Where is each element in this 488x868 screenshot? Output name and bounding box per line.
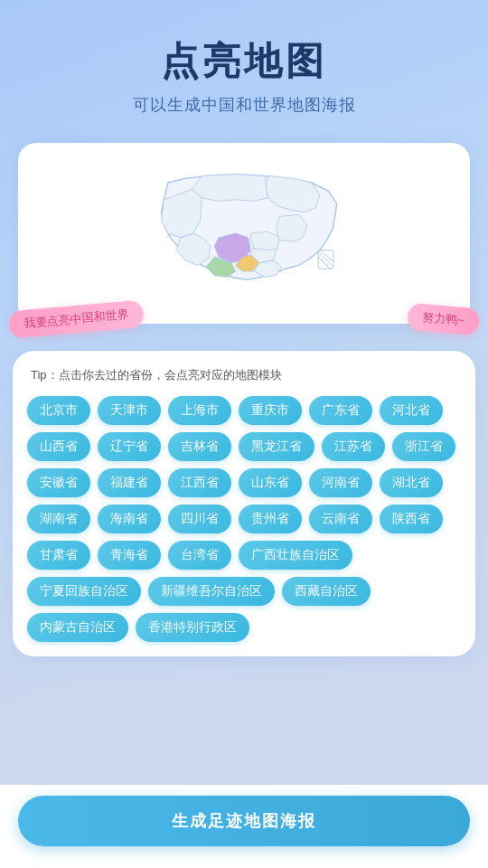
province-tag[interactable]: 青海省	[98, 541, 161, 570]
province-tag[interactable]: 陕西省	[380, 505, 443, 533]
province-tag[interactable]: 甘肃省	[27, 541, 90, 570]
province-tag[interactable]: 新疆维吾尔自治区	[148, 577, 275, 606]
province-tag[interactable]: 天津市	[98, 396, 161, 425]
province-tag[interactable]: 北京市	[27, 396, 90, 425]
province-tag[interactable]: 宁夏回族自治区	[27, 577, 141, 606]
header: 点亮地图 可以生成中国和世界地图海报	[0, 0, 488, 134]
province-tag[interactable]: 山东省	[239, 468, 302, 497]
page-subtitle: 可以生成中国和世界地图海报	[18, 94, 470, 116]
provinces-grid: 北京市天津市上海市重庆市广东省河北省山西省辽宁省吉林省黑龙江省江苏省浙江省安徽省…	[27, 396, 461, 642]
province-tag[interactable]: 河北省	[380, 396, 443, 425]
map-container	[36, 161, 452, 306]
province-tag[interactable]: 安徽省	[27, 468, 90, 497]
province-tag[interactable]: 江苏省	[322, 432, 385, 461]
province-tag[interactable]: 福建省	[98, 468, 161, 497]
province-tag[interactable]: 河南省	[309, 468, 372, 497]
tip-text: Tip：点击你去过的省份，会点亮对应的地图模块	[27, 367, 461, 383]
banner-right: 努力鸭~	[407, 303, 480, 336]
province-tag[interactable]: 湖南省	[27, 505, 90, 533]
province-tag[interactable]: 台湾省	[168, 541, 231, 570]
province-tag[interactable]: 浙江省	[392, 432, 455, 461]
provinces-section: Tip：点击你去过的省份，会点亮对应的地图模块 北京市天津市上海市重庆市广东省河…	[13, 351, 475, 656]
province-tag[interactable]: 内蒙古自治区	[27, 613, 128, 642]
province-tag[interactable]: 重庆市	[239, 396, 302, 425]
china-map	[117, 165, 371, 301]
province-tag[interactable]: 广西壮族自治区	[239, 541, 352, 570]
banner-left: 我要点亮中国和世界	[8, 300, 145, 339]
svg-line-3	[318, 257, 330, 269]
province-tag[interactable]: 云南省	[309, 505, 372, 533]
province-tag[interactable]: 吉林省	[168, 432, 231, 461]
province-tag[interactable]: 山西省	[27, 432, 90, 461]
bottom-bar: 生成足迹地图海报	[0, 785, 488, 868]
province-tag[interactable]: 湖北省	[380, 468, 443, 497]
province-tag[interactable]: 黑龙江省	[239, 432, 314, 461]
province-tag[interactable]: 上海市	[168, 396, 231, 425]
province-tag[interactable]: 江西省	[168, 468, 231, 497]
generate-button[interactable]: 生成足迹地图海报	[18, 796, 470, 846]
province-tag[interactable]: 四川省	[168, 505, 231, 533]
province-tag[interactable]: 西藏自治区	[282, 577, 371, 606]
map-card: 我要点亮中国和世界 努力鸭~	[18, 143, 470, 324]
province-tag[interactable]: 贵州省	[239, 505, 302, 533]
province-tag[interactable]: 辽宁省	[98, 432, 161, 461]
province-tag[interactable]: 海南省	[98, 505, 161, 533]
province-tag[interactable]: 广东省	[309, 396, 372, 425]
province-tag[interactable]: 香港特别行政区	[136, 613, 249, 642]
page-title: 点亮地图	[18, 36, 470, 87]
